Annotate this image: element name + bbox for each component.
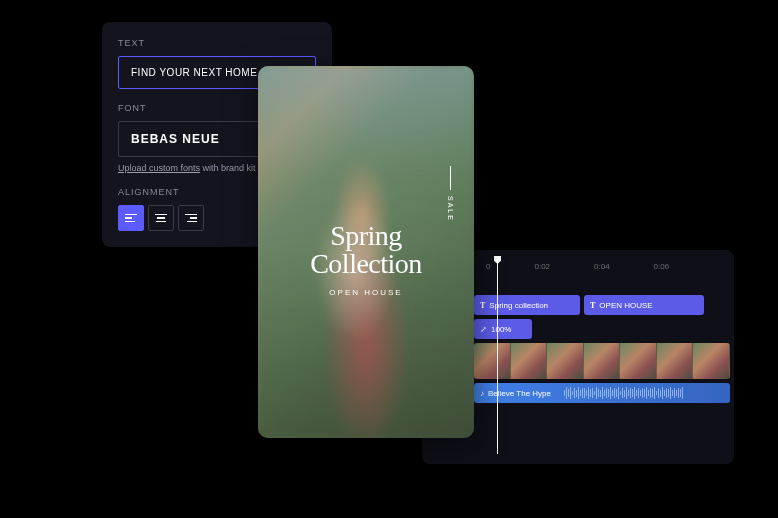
- video-thumbnail: [657, 343, 694, 379]
- ruler-tick: 0:06: [654, 262, 670, 271]
- align-right-button[interactable]: [178, 205, 204, 231]
- music-icon: ♪: [480, 389, 484, 398]
- audio-clip[interactable]: ♪ Believe The Hype: [474, 383, 730, 403]
- text-clip-openhouse[interactable]: T OPEN HOUSE: [584, 295, 704, 315]
- align-left-button[interactable]: [118, 205, 144, 231]
- video-thumbnail: [620, 343, 657, 379]
- ruler-tick: 0:04: [594, 262, 610, 271]
- align-left-icon: [125, 214, 137, 223]
- waveform-icon: [564, 386, 726, 400]
- playhead[interactable]: [497, 258, 498, 454]
- video-track[interactable]: [474, 343, 730, 379]
- align-center-icon: [155, 214, 167, 223]
- zoom-icon: ⤢: [480, 325, 487, 334]
- zoom-track: ⤢ 100%: [434, 319, 734, 339]
- video-thumbnail: [547, 343, 584, 379]
- preview-vertical-text: SALE: [447, 196, 454, 222]
- text-icon: T: [480, 301, 485, 310]
- ruler-tick: 0: [486, 262, 490, 271]
- video-thumbnail: [693, 343, 730, 379]
- align-center-button[interactable]: [148, 205, 174, 231]
- video-preview[interactable]: SALE Spring Collection OPEN HOUSE: [258, 66, 474, 438]
- video-thumbnail: [584, 343, 621, 379]
- upload-fonts-link[interactable]: Upload custom fonts: [118, 163, 200, 173]
- text-clip-spring[interactable]: T Spring collection: [474, 295, 580, 315]
- text-icon: T: [590, 301, 595, 310]
- align-right-icon: [185, 214, 197, 223]
- video-thumbnail: [474, 343, 511, 379]
- video-thumbnail: [511, 343, 548, 379]
- timeline-ruler[interactable]: 0 0:02 0:04 0:06: [434, 262, 734, 271]
- ruler-tick: 0:02: [534, 262, 550, 271]
- preview-title-block: Spring Collection OPEN HOUSE: [258, 222, 474, 297]
- zoom-clip[interactable]: ⤢ 100%: [474, 319, 532, 339]
- text-track-1: T Spring collection T OPEN HOUSE: [434, 295, 734, 315]
- text-section-label: TEXT: [118, 38, 316, 48]
